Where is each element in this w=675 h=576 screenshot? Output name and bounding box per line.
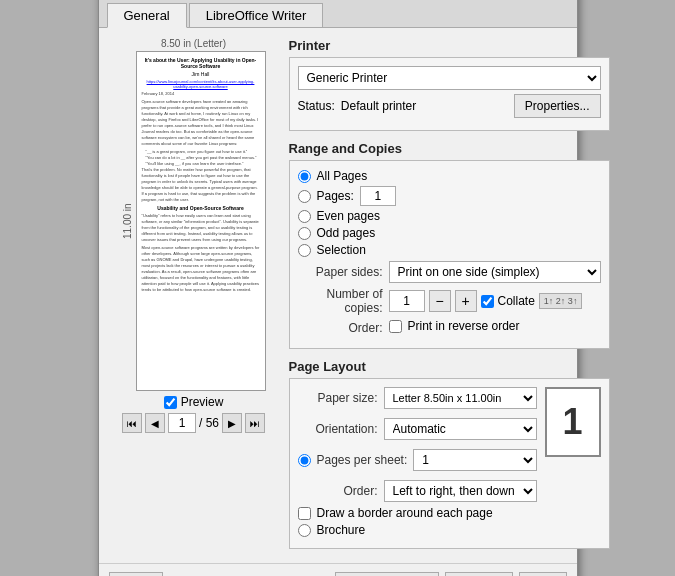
doc-para2: That's the problem. No matter how powerf…	[142, 167, 260, 203]
status-value: Default printer	[341, 99, 416, 113]
dim-label-vertical: 11.00 in	[122, 51, 133, 391]
border-label: Draw a border around each page	[317, 506, 493, 520]
ok-button[interactable]: OK	[519, 572, 567, 576]
paper-sides-select[interactable]: Print on one side (simplex)	[389, 261, 601, 283]
preview-checkbox[interactable]	[164, 396, 177, 409]
radio-odd-label: Odd pages	[317, 226, 376, 240]
radio-pages-input[interactable]	[298, 190, 311, 203]
right-buttons: More Options... Cancel OK	[335, 572, 566, 576]
page-separator: / 56	[199, 416, 219, 430]
layout-fields: Paper size: Letter 8.50in x 11.00in Orie…	[298, 387, 537, 506]
range-section-box: All Pages Pages: Even pages	[289, 160, 610, 349]
dim-label-horizontal: 8.50 in (Letter)	[161, 38, 226, 49]
paper-size-row: Paper size: Letter 8.50in x 11.00in	[298, 387, 537, 409]
last-page-button[interactable]: ⏭	[245, 413, 265, 433]
copies-label: Number of copies:	[298, 287, 383, 315]
orientation-select[interactable]: Automatic	[384, 418, 537, 440]
radio-even: Even pages	[298, 209, 601, 223]
brochure-label: Brochure	[317, 523, 366, 537]
copies-input[interactable]	[389, 290, 425, 312]
copies-minus-button[interactable]: −	[429, 290, 451, 312]
reverse-checkbox[interactable]	[389, 320, 402, 333]
collate-icon: 1↑ 2↑ 3↑	[539, 293, 583, 309]
pps-label: Pages per sheet:	[317, 453, 408, 467]
paper-sides-label: Paper sides:	[298, 265, 383, 279]
doc-para3: "Usability" refers to how easily users c…	[142, 213, 260, 243]
properties-button[interactable]: Properties...	[514, 94, 601, 118]
doc-title: It's about the User: Applying Usability …	[142, 57, 260, 69]
layout-order-label: Order:	[298, 484, 378, 498]
radio-pages: Pages:	[298, 186, 601, 206]
reverse-label: Print in reverse order	[408, 319, 520, 333]
printer-section-header: Printer	[289, 38, 610, 53]
orientation-row: Orientation: Automatic	[298, 418, 537, 440]
doc-para4: Most open-source software programs are w…	[142, 245, 260, 293]
prev-page-button[interactable]: ◀	[145, 413, 165, 433]
paper-size-label: Paper size:	[298, 391, 378, 405]
radio-even-input[interactable]	[298, 210, 311, 223]
printer-section: Printer Generic Printer Status: Default …	[289, 38, 610, 135]
pages-range-input[interactable]	[360, 186, 396, 206]
border-checkbox[interactable]	[298, 507, 311, 520]
copies-plus-button[interactable]: +	[455, 290, 477, 312]
radio-selection-input[interactable]	[298, 244, 311, 257]
page-thumb: 1	[545, 387, 601, 457]
orientation-label: Orientation:	[298, 422, 378, 436]
radio-all-pages: All Pages	[298, 169, 601, 183]
more-options-button[interactable]: More Options...	[335, 572, 439, 576]
doc-author: Jim Hall	[142, 71, 260, 77]
collate-label: Collate	[498, 294, 535, 308]
pps-row: Pages per sheet: 1	[298, 449, 537, 471]
paper-size-select[interactable]: Letter 8.50in x 11.00in	[384, 387, 537, 409]
page-number-input[interactable]	[168, 413, 196, 433]
pps-select[interactable]: 1	[413, 449, 536, 471]
range-radio-group: All Pages Pages: Even pages	[298, 169, 601, 257]
doc-link: https://www.linuxjournal.com/content/its…	[142, 79, 260, 89]
order-label: Order:	[298, 321, 383, 335]
next-page-button[interactable]: ▶	[222, 413, 242, 433]
preview-panel: 8.50 in (Letter) 11.00 in It's about the…	[109, 38, 279, 553]
doc-date: February 18, 2014	[142, 91, 260, 97]
layout-order-row: Order: Left to right, then down	[298, 480, 537, 502]
preview-nav: ⏮ ◀ / 56 ▶ ⏭	[122, 413, 265, 433]
first-page-button[interactable]: ⏮	[122, 413, 142, 433]
preview-checkbox-row: Preview	[164, 395, 224, 409]
preview-mid: 11.00 in It's about the User: Applying U…	[122, 51, 266, 391]
range-section-header: Range and Copies	[289, 141, 610, 156]
layout-row: Paper size: Letter 8.50in x 11.00in Orie…	[298, 387, 601, 506]
reverse-checkbox-row: Print in reverse order	[389, 319, 520, 333]
layout-section-box: Paper size: Letter 8.50in x 11.00in Orie…	[289, 378, 610, 549]
printer-status-row: Status: Default printer Properties...	[298, 94, 601, 118]
page-preview-box: It's about the User: Applying Usability …	[136, 51, 266, 391]
layout-section: Page Layout Paper size: Letter 8.50in x …	[289, 359, 610, 553]
printer-select[interactable]: Generic Printer	[298, 66, 601, 90]
range-section: Range and Copies All Pages Pages:	[289, 141, 610, 353]
tab-general[interactable]: General	[107, 3, 187, 28]
page-preview-outer: 8.50 in (Letter) 11.00 in It's about the…	[122, 38, 266, 391]
radio-all-pages-input[interactable]	[298, 170, 311, 183]
radio-even-label: Even pages	[317, 209, 380, 223]
pps-radio[interactable]	[298, 454, 311, 467]
copies-row: Number of copies: − + Collate 1↑ 2↑ 3↑	[298, 287, 601, 315]
border-row: Draw a border around each page	[298, 506, 601, 520]
status-label: Status:	[298, 99, 335, 113]
preview-label: Preview	[181, 395, 224, 409]
bottom-buttons: Help More Options... Cancel OK	[99, 563, 577, 576]
copies-controls: − + Collate 1↑ 2↑ 3↑	[389, 290, 583, 312]
radio-pages-label: Pages:	[317, 189, 354, 203]
brochure-row: Brochure	[298, 523, 601, 537]
tab-bar: General LibreOffice Writer	[99, 0, 577, 28]
layout-section-header: Page Layout	[289, 359, 610, 374]
collate-checkbox[interactable]	[481, 295, 494, 308]
paper-sides-row: Paper sides: Print on one side (simplex)	[298, 261, 601, 283]
cancel-button[interactable]: Cancel	[445, 572, 512, 576]
printer-select-row: Generic Printer	[298, 66, 601, 90]
brochure-radio[interactable]	[298, 524, 311, 537]
radio-odd: Odd pages	[298, 226, 601, 240]
radio-odd-input[interactable]	[298, 227, 311, 240]
help-button[interactable]: Help	[109, 572, 164, 576]
print-dialog: Print ✕ General LibreOffice Writer 8.50 …	[98, 0, 578, 576]
tab-writer[interactable]: LibreOffice Writer	[189, 3, 324, 27]
layout-order-select[interactable]: Left to right, then down	[384, 480, 537, 502]
order-row: Order: Print in reverse order	[298, 319, 601, 336]
